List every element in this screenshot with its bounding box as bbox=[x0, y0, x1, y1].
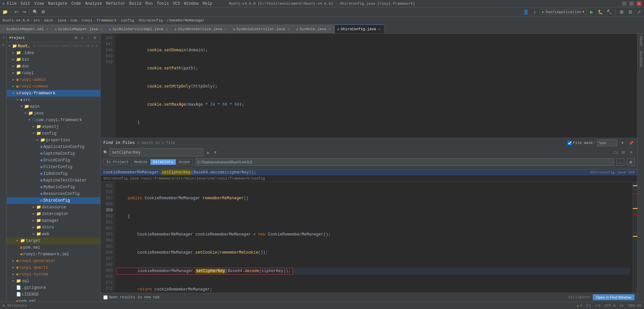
menu-view[interactable]: View bbox=[34, 1, 44, 6]
expand-all-button[interactable]: ⊞ bbox=[73, 35, 78, 41]
undo-button[interactable]: ↩ bbox=[12, 8, 20, 16]
menu-refactor[interactable]: Refactor bbox=[106, 1, 125, 6]
find-grid-view-button[interactable]: ⊞ bbox=[627, 158, 635, 166]
warning-status[interactable]: △ 6 bbox=[577, 303, 582, 308]
project-panel-icon[interactable]: P bbox=[1, 35, 6, 40]
file-mask-checkbox[interactable] bbox=[568, 141, 572, 145]
search-button[interactable]: 🔍 bbox=[32, 8, 39, 16]
menu-build[interactable]: Build bbox=[129, 1, 142, 6]
line-ending-status[interactable]: LF bbox=[620, 304, 624, 308]
open-in-new-tab-label[interactable]: Open results in new tab bbox=[103, 295, 160, 300]
fullscreen-button[interactable]: ⤢ bbox=[635, 8, 643, 16]
menu-help[interactable]: Help bbox=[203, 1, 212, 6]
tree-item-captchaconfig[interactable]: ◉ CaptchaConfig bbox=[7, 150, 100, 157]
account-button[interactable]: 👤 bbox=[522, 8, 530, 16]
breadcrumb-java[interactable]: java bbox=[57, 18, 66, 22]
sync-sidebar-button[interactable]: ↕ bbox=[86, 35, 91, 41]
tree-item-package[interactable]: ▼ ⬡ com.ruoyi.framework bbox=[7, 117, 100, 123]
scope-tab-project[interactable]: In Project bbox=[104, 159, 131, 165]
tree-item-gitignore[interactable]: 📄 .gitignore bbox=[7, 285, 100, 291]
git-button[interactable]: ⊟ bbox=[627, 8, 634, 16]
menu-edit[interactable]: Edit bbox=[20, 1, 30, 6]
menu-run[interactable]: Run bbox=[146, 1, 153, 6]
open-find-window-button[interactable]: Open in Find Window bbox=[593, 294, 635, 300]
tree-item-sql[interactable]: ▶ 📁 sql bbox=[7, 278, 100, 285]
tree-item-kaptchatextcreator[interactable]: ◉ KaptchaTextCreator bbox=[7, 177, 100, 184]
breadcrumb-src[interactable]: src bbox=[34, 18, 40, 22]
menu-window[interactable]: Window bbox=[184, 1, 199, 6]
terminal-button[interactable]: ⊞ bbox=[618, 8, 625, 16]
tree-item-bin[interactable]: ▶ 📁 bin bbox=[7, 56, 100, 63]
tree-item-druidconfig[interactable]: ◉ DruidConfig bbox=[7, 157, 100, 164]
tab-shiroconfig[interactable]: ◉ ShiroConfig.java ✕ bbox=[335, 24, 385, 33]
structure-panel-icon[interactable]: S bbox=[1, 42, 6, 48]
breadcrumb-shiroconfig[interactable]: ShiroConfig bbox=[139, 18, 163, 22]
file-mask-input[interactable] bbox=[597, 140, 617, 146]
menu-analyze[interactable]: Analyze bbox=[85, 1, 102, 6]
tab-close-button[interactable]: ✕ bbox=[328, 27, 332, 31]
tree-item-mybatisconfig[interactable]: ◉ MyBatisConfig bbox=[7, 184, 100, 191]
tree-item-ruoyi-quartz[interactable]: ▶ ◼ ruoyi-quartz bbox=[7, 264, 100, 271]
tab-close-button[interactable]: ✕ bbox=[165, 27, 169, 31]
code-area[interactable]: 355 356 357 358 359 360 361 362 363 364 … bbox=[101, 182, 637, 293]
breadcrumb-com[interactable]: com bbox=[70, 18, 77, 22]
info-status[interactable]: ℹ 1 bbox=[586, 303, 591, 308]
structure-icon[interactable]: ⊞ Structure bbox=[3, 303, 27, 308]
tree-item-datasource[interactable]: ▶ 📁 datasource bbox=[7, 204, 100, 211]
tree-item-main[interactable]: ▼ 📁 main bbox=[7, 103, 100, 110]
file-mask-checkbox-label[interactable]: File mask: bbox=[568, 141, 595, 145]
tree-item-ruoyi-framework[interactable]: ▼ ◼ ruoyi-framework bbox=[7, 90, 100, 97]
tree-item-src[interactable]: ▼ ◈ src bbox=[7, 97, 100, 103]
tree-item-ruoyi-generator[interactable]: ▶ ◼ ruoyi-generator bbox=[7, 258, 100, 264]
scope-tab-scope[interactable]: Scope bbox=[176, 159, 193, 165]
gear-icon[interactable]: ⚙ bbox=[92, 35, 98, 41]
tab-close-button[interactable]: ✕ bbox=[45, 27, 49, 31]
tab-close-button[interactable]: ✕ bbox=[223, 27, 227, 31]
case-sensitive-button[interactable]: Cc bbox=[612, 149, 619, 156]
tab-close-button[interactable]: ✕ bbox=[99, 27, 103, 31]
menu-tools[interactable]: Tools bbox=[157, 1, 169, 6]
tree-item-ruoyi-system[interactable]: ▶ ◼ ruoyi-system bbox=[7, 271, 100, 278]
whole-word-button[interactable]: W bbox=[620, 149, 627, 156]
error-status[interactable]: ✕ 8 bbox=[595, 303, 600, 308]
tab-sysrolemapper-xml[interactable]: ✦ SysRoleMapper.xml ✕ bbox=[0, 24, 52, 33]
tree-item-filterconfig[interactable]: ◉ FilterConfig bbox=[7, 164, 100, 170]
tree-item-target[interactable]: ▶ 📁 target bbox=[7, 238, 100, 244]
breadcrumb-config[interactable]: config bbox=[121, 18, 134, 22]
menu-vcs[interactable]: VCS bbox=[173, 1, 180, 6]
tree-item-root[interactable]: ▼ 📁 RuoYi-v4.6.0 C:\Tools\enviroment\Ruo… bbox=[7, 43, 100, 50]
menu-navigate[interactable]: Navigate bbox=[48, 1, 67, 6]
breadcrumb-ruoyi[interactable]: ruoyi bbox=[82, 18, 93, 22]
tree-item-iml[interactable]: ◼ ruoyi-framework.iml bbox=[7, 251, 100, 258]
tab-close-button[interactable]: ✕ bbox=[286, 27, 290, 31]
tree-item-applicationconfig[interactable]: ◉ ApplicationConfig bbox=[7, 144, 100, 150]
database-panel-icon[interactable]: Database bbox=[638, 50, 643, 68]
settings-button[interactable]: ⚙ bbox=[40, 8, 47, 16]
directory-input[interactable] bbox=[196, 158, 614, 166]
tree-item-ruoyi[interactable]: ▶ 📁 ruoyi bbox=[7, 70, 100, 76]
run-button[interactable]: ▶ bbox=[588, 8, 595, 16]
tree-item-license[interactable]: 📄 LICENSE bbox=[7, 291, 100, 298]
breadcrumb-root[interactable]: RuoYi-v4.6.0 bbox=[3, 18, 29, 22]
tree-item-properties[interactable]: ▶ 📁 properties bbox=[7, 137, 100, 144]
find-prev-button[interactable]: ▲ bbox=[205, 149, 211, 156]
breadcrumb-main[interactable]: main bbox=[44, 18, 53, 22]
build-button[interactable]: 🔨 bbox=[605, 8, 613, 16]
minimize-button[interactable]: − bbox=[622, 1, 627, 6]
tree-item-web[interactable]: ▶ 📁 web bbox=[7, 231, 100, 238]
tab-sysrolemapper-java[interactable]: ◉ SysRoleMapper.java ✕ bbox=[52, 24, 106, 33]
tree-item-doc[interactable]: ▶ 📁 doc bbox=[7, 63, 100, 70]
menu-code[interactable]: Code bbox=[71, 1, 81, 6]
menu-file[interactable]: File bbox=[7, 1, 17, 6]
filter-button[interactable]: ▼ bbox=[619, 140, 626, 146]
tree-item-ruoyi-common[interactable]: ▶ ◼ ruoyi-common bbox=[7, 83, 100, 90]
tree-item-ruoyi-admin[interactable]: ▶ ◼ ruoyi-admin bbox=[7, 76, 100, 83]
scope-tab-directory[interactable]: Directory bbox=[151, 159, 176, 165]
tree-item-interceptor[interactable]: ▶ 📁 interceptor bbox=[7, 211, 100, 217]
close-button[interactable]: ✕ bbox=[637, 1, 641, 6]
maximize-button[interactable]: □ bbox=[629, 1, 634, 6]
encoding-status[interactable]: UTF-8 bbox=[604, 304, 615, 308]
sync-button[interactable]: ↕ bbox=[531, 8, 538, 16]
tree-item-i18nconfig[interactable]: ◉ I18nConfig bbox=[7, 170, 100, 177]
code-lines[interactable]: public CookieRememberMeManager rememberM… bbox=[115, 182, 633, 293]
